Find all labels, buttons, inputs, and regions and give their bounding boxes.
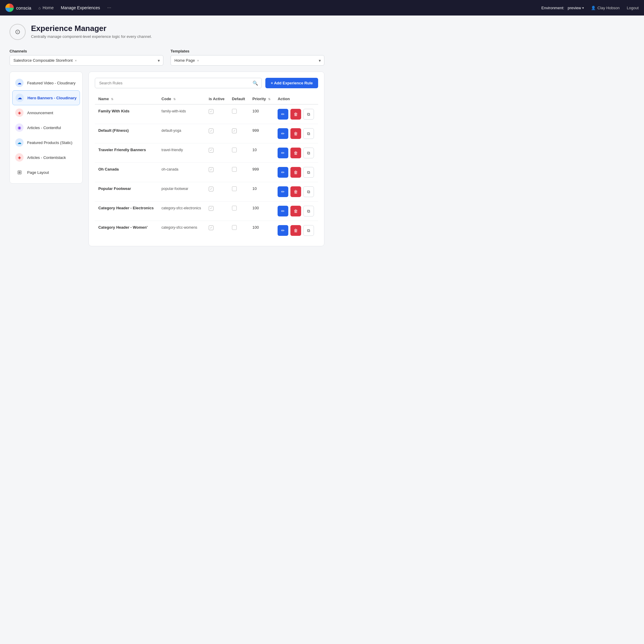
sidebar-item-6[interactable]: ⊞Page Layout — [10, 165, 82, 180]
sidebar-item-3[interactable]: ◉Articles - Contentful — [10, 120, 82, 135]
sidebar-item-2[interactable]: ◈Announcement — [10, 105, 82, 120]
col-name[interactable]: Name ⇅ — [95, 94, 158, 104]
channels-tag-remove[interactable]: × — [75, 59, 77, 62]
edit-button[interactable]: ✏ — [278, 167, 288, 178]
default-checkbox[interactable] — [232, 129, 237, 133]
edit-button[interactable]: ✏ — [278, 148, 288, 158]
active-checkbox[interactable] — [209, 109, 213, 114]
page-title-block: Experience Manager Centrally manage comp… — [31, 24, 152, 39]
active-checkbox[interactable] — [209, 148, 213, 153]
active-checkbox[interactable] — [209, 167, 213, 172]
delete-button[interactable]: 🗑 — [290, 167, 301, 178]
sidebar-item-5[interactable]: ◈Articles - Contentstack — [10, 150, 82, 165]
delete-button[interactable]: 🗑 — [290, 148, 301, 158]
row-name-6: Category Header - Women' — [95, 221, 158, 240]
col-code[interactable]: Code ⇅ — [158, 94, 205, 104]
action-buttons: ✏ 🗑 ⧉ — [278, 225, 315, 236]
row-default-2 — [228, 143, 249, 163]
row-action-6: ✏ 🗑 ⧉ — [274, 221, 318, 240]
active-checkbox[interactable] — [209, 129, 213, 133]
environment-selector[interactable]: Environment: preview ▾ — [541, 6, 584, 10]
user-menu[interactable]: 👤 Clay Hobson — [591, 6, 620, 10]
active-checkbox[interactable] — [209, 225, 213, 230]
delete-button[interactable]: 🗑 — [290, 109, 301, 120]
templates-selected-tag: Home Page × — [174, 58, 199, 63]
row-code-5: category-sfcc-electronics — [158, 202, 205, 221]
default-checkbox[interactable] — [232, 225, 237, 230]
nav-right: Environment: preview ▾ 👤 Clay Hobson Log… — [541, 6, 639, 10]
sidebar-item-0[interactable]: ☁Featured Video - Cloudinary — [10, 75, 82, 90]
delete-button[interactable]: 🗑 — [290, 206, 301, 216]
edit-button[interactable]: ✏ — [278, 109, 288, 120]
delete-button[interactable]: 🗑 — [290, 128, 301, 139]
delete-button[interactable]: 🗑 — [290, 225, 301, 236]
templates-select[interactable]: Home Page × — [171, 55, 324, 66]
edit-button[interactable]: ✏ — [278, 186, 288, 197]
row-action-1: ✏ 🗑 ⧉ — [274, 124, 318, 143]
edit-button[interactable]: ✏ — [278, 225, 288, 236]
copy-button[interactable]: ⧉ — [303, 186, 314, 197]
sidebar-item-label-5: Articles - Contentstack — [27, 155, 66, 160]
copy-button[interactable]: ⧉ — [303, 148, 314, 158]
row-default-6 — [228, 221, 249, 240]
logout-button[interactable]: Logout — [627, 6, 639, 10]
default-checkbox[interactable] — [232, 186, 237, 191]
table-row: Family With Kidsfamily-with-kids100 ✏ 🗑 … — [95, 104, 318, 124]
nav-manage[interactable]: Manage Experiences — [61, 5, 100, 10]
action-buttons: ✏ 🗑 ⧉ — [278, 128, 315, 139]
row-code-2: travel-friendly — [158, 143, 205, 163]
copy-button[interactable]: ⧉ — [303, 225, 314, 236]
row-priority-6: 100 — [249, 221, 274, 240]
rule-code-text: oh-canada — [162, 167, 179, 171]
row-default-3 — [228, 163, 249, 182]
channels-select-wrapper: Salesforce Composable Storefront × — [10, 55, 163, 66]
row-default-5 — [228, 202, 249, 221]
copy-button[interactable]: ⧉ — [303, 167, 314, 178]
active-checkbox[interactable] — [209, 206, 213, 211]
row-action-5: ✏ 🗑 ⧉ — [274, 202, 318, 221]
action-buttons: ✏ 🗑 ⧉ — [278, 109, 315, 120]
logo[interactable]: conscia — [5, 4, 31, 12]
templates-tag-remove[interactable]: × — [197, 59, 199, 62]
copy-button[interactable]: ⧉ — [303, 206, 314, 216]
templates-filter: Templates Home Page × — [171, 49, 324, 66]
edit-button[interactable]: ✏ — [278, 206, 288, 216]
channels-select[interactable]: Salesforce Composable Storefront × — [10, 55, 163, 66]
default-checkbox[interactable] — [232, 167, 237, 172]
edit-button[interactable]: ✏ — [278, 128, 288, 139]
rule-name-text: Category Header - Electronics — [98, 206, 154, 210]
active-checkbox[interactable] — [209, 187, 213, 191]
page-subtitle: Centrally manage component-level experie… — [31, 34, 152, 39]
sidebar-item-label-0: Featured Video - Cloudinary — [27, 81, 75, 85]
row-active-0 — [205, 104, 228, 124]
sidebar-item-icon-6: ⊞ — [15, 168, 24, 177]
col-priority[interactable]: Priority ⇅ — [249, 94, 274, 104]
nav-more-icon[interactable]: ··· — [107, 5, 111, 10]
channels-selected-tag: Salesforce Composable Storefront × — [13, 58, 77, 63]
copy-button[interactable]: ⧉ — [303, 128, 314, 139]
default-checkbox[interactable] — [232, 148, 237, 152]
row-action-0: ✏ 🗑 ⧉ — [274, 104, 318, 124]
row-name-2: Traveler Friendly Banners — [95, 143, 158, 163]
default-checkbox[interactable] — [232, 206, 237, 210]
templates-tag-text: Home Page — [174, 58, 195, 63]
nav-home[interactable]: ⌂ Home — [38, 5, 54, 10]
default-checkbox[interactable] — [232, 109, 237, 114]
sidebar-item-1[interactable]: ☁Hero Banners - Cloudinary — [12, 90, 80, 105]
rule-name-text: Default (Fitness) — [98, 128, 129, 133]
experience-manager-icon: ⊙ — [10, 24, 26, 40]
table-row: Oh Canadaoh-canada999 ✏ 🗑 ⧉ — [95, 163, 318, 182]
sidebar-item-icon-3: ◉ — [15, 123, 24, 132]
sidebar-item-icon-1: ☁ — [16, 94, 24, 102]
sidebar-item-4[interactable]: ☁Featured Products (Static) — [10, 135, 82, 150]
channels-tag-text: Salesforce Composable Storefront — [13, 58, 73, 63]
user-icon: 👤 — [591, 6, 596, 10]
copy-button[interactable]: ⧉ — [303, 109, 314, 120]
search-input[interactable] — [95, 78, 262, 88]
delete-button[interactable]: 🗑 — [290, 186, 301, 197]
col-action: Action — [274, 94, 318, 104]
sort-icon-1: ⇅ — [173, 97, 176, 101]
row-name-1: Default (Fitness) — [95, 124, 158, 143]
add-experience-rule-button[interactable]: + Add Experience Rule — [265, 78, 318, 88]
row-code-1: default-yoga — [158, 124, 205, 143]
